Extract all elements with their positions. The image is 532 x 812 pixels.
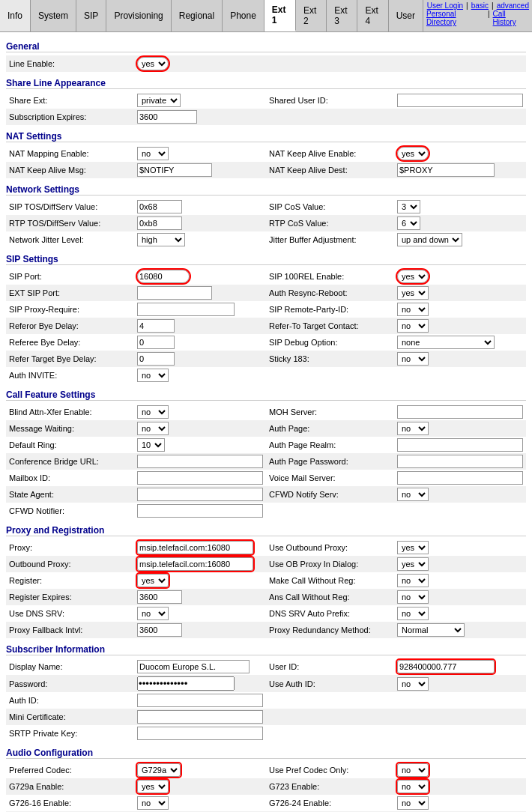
ext-sip-port-input[interactable] bbox=[137, 286, 212, 300]
proxy-input[interactable] bbox=[137, 541, 253, 554]
display-name-label: Display Name: bbox=[6, 658, 134, 675]
nat-section-header: NAT Settings bbox=[6, 131, 526, 142]
sticky-183-select[interactable]: noyes bbox=[397, 352, 429, 366]
proxy-redundancy-select[interactable]: Normal bbox=[397, 623, 465, 637]
auth-page-select[interactable]: noyes bbox=[397, 422, 429, 435]
line-enable-select[interactable]: yesno bbox=[137, 57, 169, 70]
nat-keep-alive-dest-input[interactable] bbox=[397, 163, 495, 177]
tab-ext4[interactable]: Ext 4 bbox=[357, 0, 388, 31]
nat-keep-alive-enable-select[interactable]: yesno bbox=[397, 147, 429, 160]
blind-attn-select[interactable]: noyes bbox=[137, 405, 169, 419]
tab-system[interactable]: System bbox=[31, 0, 76, 31]
auth-invite-select[interactable]: noyes bbox=[137, 369, 169, 382]
g723-enable-select[interactable]: noyes bbox=[397, 780, 429, 793]
voice-mail-input[interactable] bbox=[397, 471, 523, 485]
register-select[interactable]: yesno bbox=[137, 574, 169, 587]
personal-directory-link[interactable]: Personal Directory bbox=[426, 10, 485, 26]
tab-info[interactable]: Info bbox=[0, 0, 31, 31]
message-waiting-select[interactable]: noyes bbox=[137, 422, 169, 435]
call-history-link[interactable]: Call History bbox=[493, 10, 529, 26]
display-name-input[interactable] bbox=[137, 660, 250, 673]
refer-target-bye-delay-input[interactable] bbox=[137, 352, 175, 366]
sip-table: SIP Port: SIP 100REL Enable: yesno EXT S… bbox=[6, 268, 526, 384]
g729a-enable-select[interactable]: yesno bbox=[137, 780, 169, 793]
network-section-header: Network Settings bbox=[6, 184, 526, 196]
dns-srv-auto-prefix-select[interactable]: noyes bbox=[397, 607, 429, 620]
use-ob-proxy-in-dialog-select[interactable]: yesno bbox=[397, 557, 429, 571]
sip-debug-select[interactable]: none bbox=[397, 336, 495, 349]
user-id-input[interactable] bbox=[397, 660, 495, 673]
conference-bridge-input[interactable] bbox=[137, 455, 263, 468]
rtp-tos-input[interactable] bbox=[137, 216, 182, 230]
cfwd-notifier-input[interactable] bbox=[137, 504, 263, 518]
use-auth-id-label: Use Auth ID: bbox=[266, 675, 394, 692]
sip-tos-input[interactable] bbox=[137, 200, 182, 213]
use-auth-id-select[interactable]: noyes bbox=[397, 677, 429, 691]
mini-certificate-input[interactable] bbox=[137, 710, 263, 724]
basic-link[interactable]: basic bbox=[471, 1, 489, 10]
sip-proxy-require-input[interactable] bbox=[137, 303, 235, 316]
state-agent-input[interactable] bbox=[137, 488, 263, 501]
referor-bye-delay-input[interactable] bbox=[137, 319, 175, 333]
moh-server-input[interactable] bbox=[397, 405, 523, 419]
network-jitter-label: Network Jitter Level: bbox=[6, 231, 134, 248]
general-table: Line Enable: yesno bbox=[6, 55, 526, 72]
auth-page-password-input[interactable] bbox=[397, 455, 523, 468]
make-call-without-reg-select[interactable]: noyes bbox=[397, 574, 429, 587]
call-feature-table: Blind Attn-Xfer Enable: noyes MOH Server… bbox=[6, 404, 526, 519]
line-enable-value: yesno bbox=[134, 55, 266, 72]
srtp-private-key-input[interactable] bbox=[137, 727, 263, 740]
use-outbound-proxy-select[interactable]: yesno bbox=[397, 541, 429, 554]
sip-cos-select[interactable]: 3 bbox=[397, 200, 420, 213]
ans-call-without-reg-select[interactable]: noyes bbox=[397, 590, 429, 604]
shared-user-id-input[interactable] bbox=[397, 94, 523, 107]
tab-ext3[interactable]: Ext 3 bbox=[327, 0, 357, 31]
auth-invite-label: Auth INVITE: bbox=[6, 367, 134, 384]
auth-resync-label: Auth Resync-Reboot: bbox=[266, 285, 394, 301]
auth-id-input[interactable] bbox=[137, 694, 263, 707]
jitter-buffer-select[interactable]: up and downup onlydisable bbox=[397, 233, 462, 246]
use-pref-codec-only-select[interactable]: noyes bbox=[397, 763, 429, 777]
mailbox-id-input[interactable] bbox=[137, 471, 263, 485]
tab-user[interactable]: User bbox=[389, 0, 423, 31]
user-login-link[interactable]: User Login bbox=[427, 1, 463, 10]
proxy-section-header: Proxy and Registration bbox=[6, 525, 526, 536]
subscription-expires-input[interactable] bbox=[137, 110, 197, 124]
tab-sip[interactable]: SIP bbox=[76, 0, 106, 31]
share-line-section-header: Share Line Appearance bbox=[6, 78, 526, 89]
tab-provisioning[interactable]: Provisioning bbox=[106, 0, 171, 31]
auth-page-password-label: Auth Page Password: bbox=[266, 453, 394, 470]
tab-phone[interactable]: Phone bbox=[223, 0, 265, 31]
make-call-without-reg-label: Make Call Without Reg: bbox=[266, 572, 394, 589]
default-ring-label: Default Ring: bbox=[6, 437, 134, 453]
nat-keep-alive-msg-input[interactable] bbox=[137, 163, 212, 177]
share-ext-select[interactable]: private bbox=[137, 94, 181, 107]
rtp-cos-select[interactable]: 6 bbox=[397, 216, 420, 230]
tab-ext1[interactable]: Ext 1 bbox=[265, 0, 296, 31]
g726-16-enable-select[interactable]: noyes bbox=[137, 796, 169, 810]
default-ring-select[interactable]: 10 bbox=[137, 438, 165, 452]
auth-resync-select[interactable]: yesno bbox=[397, 286, 429, 300]
password-input[interactable] bbox=[137, 676, 235, 691]
tab-ext2[interactable]: Ext 2 bbox=[296, 0, 327, 31]
nat-keep-alive-msg-label: NAT Keep Alive Msg: bbox=[6, 162, 134, 178]
use-ob-proxy-in-dialog-label: Use OB Proxy In Dialog: bbox=[266, 556, 394, 572]
refer-to-target-select[interactable]: noyes bbox=[397, 319, 429, 333]
nat-mapping-select[interactable]: noyes bbox=[137, 147, 169, 160]
advanced-link[interactable]: advanced bbox=[497, 1, 529, 10]
use-dns-srv-select[interactable]: noyes bbox=[137, 607, 169, 620]
g726-24-enable-select[interactable]: noyes bbox=[397, 796, 429, 810]
proxy-fallback-input[interactable] bbox=[137, 623, 182, 637]
network-jitter-select[interactable]: highmediumlow bbox=[137, 233, 185, 246]
register-expires-input[interactable] bbox=[137, 590, 182, 604]
referee-bye-delay-input[interactable] bbox=[137, 336, 175, 349]
cfwd-notify-select[interactable]: noyes bbox=[397, 488, 429, 501]
referee-bye-delay-label: Referee Bye Delay: bbox=[6, 334, 134, 351]
tab-regional[interactable]: Regional bbox=[172, 0, 223, 31]
auth-page-realm-input[interactable] bbox=[397, 438, 523, 452]
preferred-codec-select[interactable]: G729a bbox=[137, 763, 181, 777]
sip-port-input[interactable] bbox=[137, 270, 190, 283]
sip-remote-party-select[interactable]: noyes bbox=[397, 303, 429, 316]
sip-100rel-select[interactable]: yesno bbox=[397, 270, 429, 283]
outbound-proxy-input[interactable] bbox=[137, 557, 253, 571]
